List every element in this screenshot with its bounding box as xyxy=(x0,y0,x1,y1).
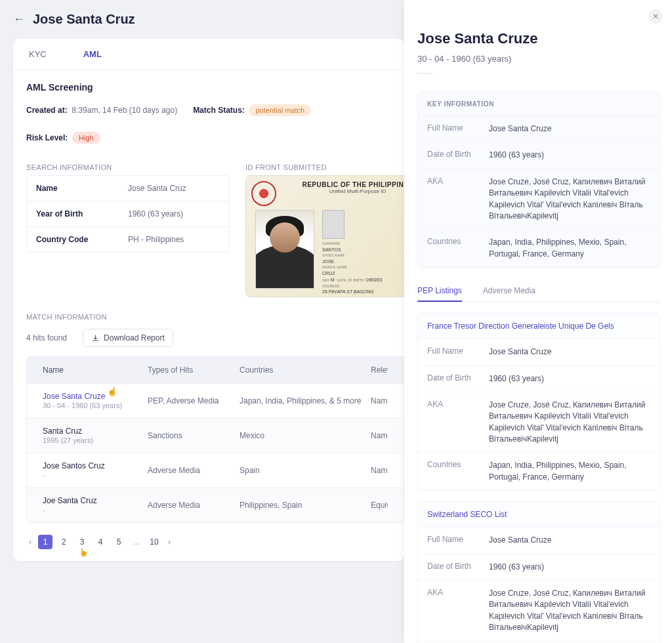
hits-count: 4 hits found xyxy=(26,333,67,342)
pager-ellipsis: … xyxy=(130,537,143,547)
col-countries: Countries xyxy=(240,365,371,375)
pager-page[interactable]: 10 xyxy=(147,535,161,549)
pager-prev-icon[interactable]: ‹ xyxy=(26,537,34,547)
created-at-label: Created at: xyxy=(26,106,68,115)
pager-page[interactable]: 4 xyxy=(93,535,108,549)
risk-level-badge: High xyxy=(72,132,100,144)
search-info-table: NameJose Santa Cruz Year of Birth1960 (6… xyxy=(26,175,230,253)
screening-title: AML Screening xyxy=(13,70,404,96)
id-photo xyxy=(255,210,314,289)
col-relevance: Relevance xyxy=(371,365,388,375)
id-ghost-photo xyxy=(322,210,345,239)
table-row[interactable]: ☝ Jose Santa Cruze30 - 04 - 1960 (63 yea… xyxy=(27,383,404,418)
close-icon[interactable]: ✕ xyxy=(648,9,663,24)
search-info-heading: SEARCH INFORMATION xyxy=(26,159,230,175)
pager-page[interactable]: 1 xyxy=(38,535,52,549)
table-row[interactable]: Santa Cruz1995 (27 years) Sanctions Mexi… xyxy=(27,418,404,453)
id-card-image[interactable]: REPUBLIC OF THE PHILIPPINES Unified Mult… xyxy=(245,175,404,297)
id-background-icon xyxy=(396,215,404,287)
pager-page[interactable]: 5 xyxy=(112,535,126,549)
cursor-icon: ☝ xyxy=(107,386,117,396)
pager-next-icon[interactable]: › xyxy=(165,537,173,547)
page-title: Jose Santa Cruz xyxy=(33,12,135,27)
id-front-heading: ID FRONT SUBMITTED xyxy=(245,159,404,175)
pager-page[interactable]: 2 xyxy=(56,535,71,549)
side-panel-title: Jose Santa Cruze xyxy=(417,30,660,47)
listing-title[interactable]: Switzerland SECO List xyxy=(418,502,660,528)
table-row[interactable]: Jose Santos Cruz- Adverse Media Spain Na… xyxy=(27,453,404,487)
risk-level-label: Risk Level: xyxy=(26,133,68,142)
created-at-value: 8:39am, 14 Feb (10 days ago) xyxy=(72,106,177,115)
seal-icon xyxy=(251,181,276,206)
side-tab-pep[interactable]: PEP Listings xyxy=(417,281,462,302)
pagination: ‹ 1 2 3 4 5 … 10 › xyxy=(13,523,404,561)
match-status-badge: potential match xyxy=(249,104,311,116)
key-info-heading: KEY INFORMATION xyxy=(418,93,660,116)
side-panel-subtitle: 30 - 04 - 1960 (63 years) xyxy=(417,54,660,87)
listing-title[interactable]: France Tresor Direction Generaleiste Uni… xyxy=(418,314,660,339)
pager-page[interactable]: 3 xyxy=(75,535,89,549)
match-info-heading: MATCH INFORMATION xyxy=(13,309,404,325)
table-row[interactable]: Joe Santa Cruz- Adverse Media Philippine… xyxy=(27,487,404,522)
download-report-button[interactable]: Download Report xyxy=(83,329,173,347)
tab-kyc[interactable]: KYC xyxy=(26,39,49,70)
back-icon[interactable]: ← xyxy=(13,12,25,26)
col-types: Types of Hits xyxy=(148,365,240,375)
match-status-label: Match Status: xyxy=(193,106,245,115)
tab-aml[interactable]: AML xyxy=(81,39,104,70)
match-table: Name Types of Hits Countries Relevance ☝… xyxy=(26,356,404,523)
download-icon xyxy=(91,334,100,342)
side-tab-adverse[interactable]: Adverse Media xyxy=(483,281,536,302)
col-name: Name xyxy=(43,365,148,375)
